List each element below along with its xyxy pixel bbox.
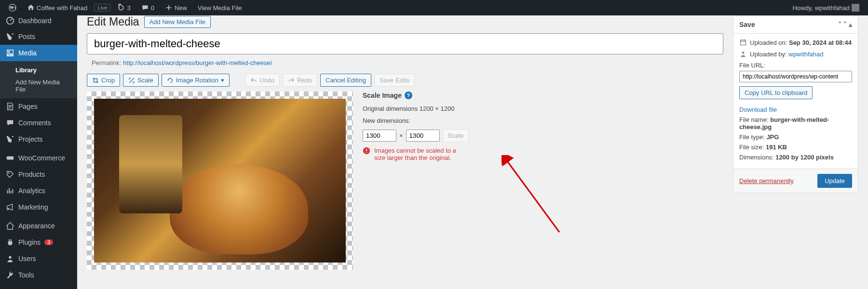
sidebar-item-woocommerce[interactable]: WooCommerce (0, 150, 77, 166)
scale-error: Images cannot be scaled to a size larger… (363, 147, 469, 161)
svg-rect-7 (740, 40, 746, 45)
live-badge: Live (94, 4, 110, 12)
revisions-link[interactable]: 3 (113, 4, 134, 12)
permalink-row: Permalink: http://localhost/wordpress/bu… (87, 57, 723, 69)
original-dimensions: Original dimensions 1200 × 1200 (363, 105, 469, 112)
file-url-input[interactable] (739, 71, 852, 82)
sidebar-item-label: Comments (18, 119, 51, 127)
sidebar-item-media[interactable]: Media (0, 45, 77, 61)
metabox-title: Save (739, 21, 755, 28)
sidebar-item-label: Dashboard (18, 17, 52, 25)
media-image (94, 99, 346, 263)
scale-button[interactable]: Scale (123, 74, 159, 87)
image-canvas[interactable] (87, 92, 353, 270)
svg-point-8 (742, 52, 745, 54)
sidebar-item-tools[interactable]: Tools (0, 267, 77, 283)
sidebar-item-projects[interactable]: Projects (0, 131, 77, 147)
sidebar-item-label: WooCommerce (18, 154, 65, 162)
image-rotation-button[interactable]: Image Rotation ▾ (162, 74, 230, 87)
sidebar-item-label: Plugins (18, 238, 41, 246)
collapse-toggle-icon[interactable]: ▴ (849, 21, 852, 28)
media-submenu: Library Add New Media File (0, 61, 77, 98)
page-heading: Edit Media (87, 15, 139, 28)
sidebar-item-label: Tools (18, 271, 34, 279)
undo-button: Undo (245, 74, 280, 87)
calendar-icon (739, 39, 747, 46)
avatar-icon (852, 4, 859, 12)
svg-rect-3 (7, 156, 14, 159)
sidebar-item-label: Analytics (18, 187, 45, 195)
plugin-count-badge: 3 (44, 239, 53, 245)
svg-point-4 (8, 172, 10, 174)
chevron-down-icon: ▾ (221, 77, 224, 84)
download-file-link[interactable]: Download file (739, 106, 777, 113)
help-icon[interactable]: ? (405, 92, 412, 99)
new-dimensions-label: New dimensions: (363, 117, 469, 124)
author-link[interactable]: wpwithfahad (788, 51, 823, 58)
user-icon (739, 50, 747, 58)
site-link[interactable]: Coffee with Fahad (23, 4, 91, 12)
sidebar-item-analytics[interactable]: Analytics (0, 183, 77, 199)
user-greeting[interactable]: Howdy, wpwithfahad (789, 4, 863, 12)
sidebar-item-label: Marketing (18, 203, 48, 211)
delete-permanently-link[interactable]: Delete permanently (739, 177, 794, 184)
submenu-add-new[interactable]: Add New Media File (0, 76, 77, 95)
sidebar-item-posts[interactable]: Posts (0, 28, 77, 45)
sidebar-item-label: Posts (18, 33, 35, 40)
sidebar-item-label: Appearance (18, 222, 55, 230)
permalink-link[interactable]: http://localhost/wordpress/burger-with-m… (123, 59, 272, 66)
scale-width-input[interactable] (363, 130, 396, 142)
sidebar-item-label: Products (18, 171, 45, 178)
sidebar-item-dashboard[interactable]: Dashboard (0, 15, 77, 26)
sidebar-item-pages[interactable]: Pages (0, 98, 77, 115)
sidebar-item-appearance[interactable]: Appearance (0, 218, 77, 234)
error-icon (363, 147, 370, 155)
sidebar-item-label: Media (18, 49, 37, 57)
sidebar-item-label: Users (18, 255, 36, 263)
sidebar-item-label: Projects (18, 135, 43, 143)
sidebar-item-plugins[interactable]: Plugins3 (0, 234, 77, 250)
media-title-input[interactable] (87, 33, 723, 54)
chevron-up-icon[interactable]: ˄ (838, 21, 841, 28)
scale-height-input[interactable] (406, 130, 440, 142)
redo-button: Redo (283, 74, 317, 87)
image-edit-toolbar: Crop Scale Image Rotation ▾ Undo Redo Ca… (87, 74, 723, 87)
save-metabox: Save ˄ ˅ ▴ Uploaded on: Sep 30, 2024 at … (733, 15, 858, 193)
chevron-down-icon[interactable]: ˅ (843, 21, 847, 28)
copy-url-button[interactable]: Copy URL to clipboard (739, 86, 813, 99)
scale-apply-button: Scale (443, 129, 469, 142)
scale-heading: Scale Image (363, 92, 402, 99)
admin-sidebar: Dashboard Posts Media Library Add New Me… (0, 15, 77, 289)
sidebar-item-marketing[interactable]: Marketing (0, 199, 77, 215)
wp-logo-icon[interactable] (5, 4, 20, 12)
sidebar-item-comments[interactable]: Comments (0, 115, 77, 131)
file-url-label: File URL: (739, 62, 852, 69)
crop-button[interactable]: Crop (87, 74, 120, 87)
sidebar-item-products[interactable]: Products (0, 166, 77, 183)
scale-image-panel: Scale Image? Original dimensions 1200 × … (363, 92, 469, 161)
add-new-media-button[interactable]: Add New Media File (144, 16, 211, 28)
submenu-library[interactable]: Library (0, 64, 77, 76)
sidebar-item-label: Pages (18, 103, 38, 110)
new-link[interactable]: New (161, 4, 191, 12)
svg-point-2 (8, 51, 10, 53)
svg-point-5 (9, 256, 11, 259)
dimension-separator: × (399, 132, 403, 139)
update-button[interactable]: Update (817, 174, 852, 188)
comments-link[interactable]: 0 (137, 4, 158, 12)
cancel-editing-button[interactable]: Cancel Editing (320, 74, 371, 87)
main-content: Edit Media Add New Media File Permalink:… (77, 15, 868, 289)
admin-bar: Coffee with Fahad Live 3 0 New View Medi… (0, 0, 868, 15)
view-media-link[interactable]: View Media File (194, 4, 246, 12)
sidebar-item-users[interactable]: Users (0, 250, 77, 267)
save-edits-button: Save Edits (374, 74, 415, 87)
